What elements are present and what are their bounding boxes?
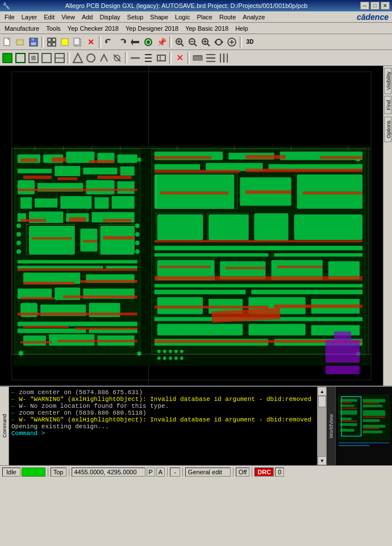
status-coord-a[interactable]: A — [156, 468, 165, 477]
tb2-btn-13[interactable]: ✕ — [173, 52, 186, 64]
svg-rect-13 — [74, 38, 80, 45]
tb-pin-button[interactable]: 📌 — [155, 36, 168, 48]
menu-shape[interactable]: Shape — [147, 13, 172, 22]
menu-yep-basic[interactable]: Yep Basic 2018 — [182, 24, 232, 33]
menu-edit[interactable]: Edit — [40, 13, 58, 22]
console-scroll-thumb[interactable] — [318, 396, 326, 407]
tb-3d-button[interactable]: 3D — [244, 36, 256, 48]
menu-file[interactable]: File — [1, 13, 18, 22]
svg-point-181 — [180, 357, 184, 360]
svg-rect-148 — [157, 214, 203, 240]
svg-rect-50 — [157, 55, 165, 61]
pcb-canvas[interactable]: ✱ ✱ ✱ ✱ ✱ — [0, 66, 383, 386]
svg-rect-233 — [340, 429, 355, 432]
menu-yep-checker[interactable]: Yep Checker 2018 — [64, 24, 122, 33]
svg-rect-133 — [63, 295, 137, 298]
tb-pan-button[interactable] — [226, 36, 238, 48]
svg-rect-190 — [155, 170, 240, 173]
tb2-btn-3[interactable] — [27, 52, 40, 64]
svg-rect-229 — [340, 404, 355, 407]
tb-refresh-button[interactable] — [212, 36, 225, 48]
menu-setup[interactable]: Setup — [124, 13, 147, 22]
svg-rect-234 — [363, 399, 386, 402]
options-tab[interactable]: Options — [384, 117, 391, 142]
tb2-btn-2[interactable] — [14, 52, 27, 64]
tb-delete-button[interactable]: ✕ — [85, 36, 97, 48]
svg-rect-236 — [363, 410, 386, 416]
tb2-btn-16[interactable] — [218, 52, 230, 64]
menu-bar-2: Manufacture Tools Yep Checker 2018 Yep D… — [0, 23, 392, 34]
tb-zoomout-button[interactable] — [199, 36, 212, 48]
tb-save-button[interactable] — [27, 36, 40, 48]
tb-prev-button[interactable] — [129, 36, 141, 48]
worldview-content[interactable] — [336, 387, 392, 465]
tb2-btn-12[interactable] — [155, 52, 168, 64]
status-coord-p[interactable]: P — [147, 468, 155, 477]
svg-rect-6 — [31, 42, 36, 46]
tb2-btn-8[interactable] — [98, 52, 110, 64]
tb2-btn-7[interactable] — [85, 52, 97, 64]
tb-redo-button[interactable] — [116, 36, 128, 48]
tb2-btn-9[interactable] — [111, 52, 123, 64]
menu-route[interactable]: Route — [216, 13, 239, 22]
tb2-btn-6[interactable] — [72, 52, 84, 64]
tb-copy-button[interactable] — [72, 36, 84, 48]
svg-rect-102 — [18, 322, 137, 326]
menu-layer[interactable]: Layer — [18, 13, 41, 22]
menu-yep-designer[interactable]: Yep Designer 2018 — [122, 24, 182, 33]
svg-rect-130 — [23, 282, 74, 284]
svg-rect-83 — [112, 196, 135, 209]
tb2-btn-14[interactable] — [191, 52, 204, 64]
menu-manufacture[interactable]: Manufacture — [1, 24, 43, 33]
menu-display[interactable]: Display — [96, 13, 123, 22]
close-button[interactable]: ✕ — [381, 2, 390, 10]
tb-undo-button[interactable] — [103, 36, 115, 48]
tb2-btn-10[interactable] — [129, 52, 141, 64]
menu-add[interactable]: Add — [78, 13, 97, 22]
tb2-btn-1[interactable] — [1, 52, 14, 64]
tb-separator-1 — [41, 36, 44, 48]
console-scroll-up[interactable]: ▲ — [318, 387, 327, 396]
svg-rect-150 — [254, 213, 288, 241]
svg-point-113 — [135, 232, 140, 237]
svg-rect-193 — [245, 191, 291, 194]
svg-rect-10 — [52, 43, 56, 46]
menu-analyze[interactable]: Analyze — [239, 13, 268, 22]
minimize-button[interactable]: ─ — [360, 2, 369, 10]
svg-rect-35 — [16, 53, 25, 63]
console-scroll-down[interactable]: ▼ — [318, 456, 327, 465]
svg-rect-237 — [363, 419, 380, 422]
tb-new-button[interactable] — [1, 36, 14, 48]
toolbar-2: ✕ — [0, 50, 392, 66]
console-line-4: ← zoom center on (5839.886 680.5118) — [11, 410, 315, 416]
visibility-tab[interactable]: Visibility — [384, 68, 391, 94]
svg-rect-228 — [340, 399, 357, 402]
console-scrollbar: ▲ ▼ — [317, 387, 326, 465]
tb-zoomin-button[interactable] — [186, 36, 199, 48]
menu-logic[interactable]: Logic — [172, 13, 193, 22]
menu-tools[interactable]: Tools — [43, 24, 64, 33]
find-tab[interactable]: Find — [384, 96, 391, 114]
tb-zoomfit-button[interactable] — [173, 36, 186, 48]
svg-rect-120 — [57, 177, 77, 180]
tb2-btn-4[interactable] — [40, 52, 53, 64]
maximize-button[interactable]: □ — [370, 2, 380, 10]
menu-view[interactable]: View — [58, 13, 78, 22]
tb-grid-button[interactable] — [45, 36, 58, 48]
svg-rect-242 — [363, 402, 380, 404]
svg-rect-149 — [208, 214, 248, 240]
tb2-btn-5[interactable] — [53, 52, 66, 64]
svg-rect-71 — [18, 169, 52, 173]
menu-place[interactable]: Place — [193, 13, 216, 22]
menu-help[interactable]: Help — [232, 24, 252, 33]
tb-highlight-button[interactable] — [59, 36, 71, 48]
tb2-btn-11[interactable] — [142, 52, 155, 64]
svg-rect-34 — [3, 53, 12, 63]
svg-rect-117 — [52, 158, 66, 162]
tb-open-button[interactable] — [14, 36, 27, 48]
title-text: Allegro PCB Design GXL (legacy): AUTOSAV… — [65, 2, 308, 9]
tb2-btn-15[interactable] — [205, 52, 217, 64]
console-line-7: Command > — [11, 430, 315, 437]
tb-next-button[interactable] — [142, 36, 155, 48]
console-line-3: ← W- No zoom location found for this typ… — [11, 403, 315, 410]
